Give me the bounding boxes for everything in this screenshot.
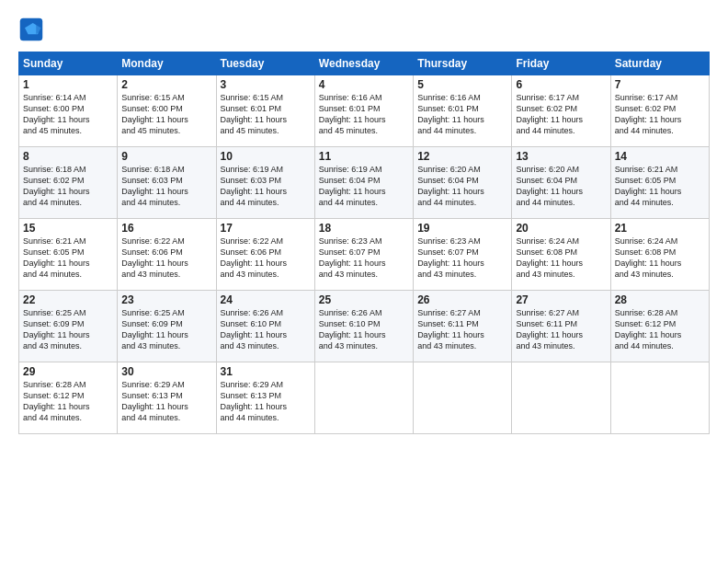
calendar-body: 1Sunrise: 6:14 AM Sunset: 6:00 PM Daylig… — [19, 75, 710, 434]
cell-daylight-text: Sunrise: 6:15 AM Sunset: 6:01 PM Dayligh… — [221, 92, 311, 137]
cell-daylight-text: Sunrise: 6:28 AM Sunset: 6:12 PM Dayligh… — [615, 307, 705, 352]
cell-daylight-text: Sunrise: 6:15 AM Sunset: 6:00 PM Dayligh… — [121, 92, 211, 137]
day-number: 10 — [221, 150, 311, 163]
calendar-cell: 21Sunrise: 6:24 AM Sunset: 6:08 PM Dayli… — [610, 219, 709, 291]
cell-daylight-text: Sunrise: 6:29 AM Sunset: 6:13 PM Dayligh… — [121, 379, 211, 424]
cell-daylight-text: Sunrise: 6:27 AM Sunset: 6:11 PM Dayligh… — [417, 307, 507, 352]
cell-daylight-text: Sunrise: 6:21 AM Sunset: 6:05 PM Dayligh… — [615, 164, 705, 209]
cell-daylight-text: Sunrise: 6:16 AM Sunset: 6:01 PM Dayligh… — [319, 92, 409, 137]
day-number: 1 — [23, 78, 113, 91]
cell-daylight-text: Sunrise: 6:29 AM Sunset: 6:13 PM Dayligh… — [221, 379, 311, 424]
calendar-cell: 27Sunrise: 6:27 AM Sunset: 6:11 PM Dayli… — [512, 291, 610, 362]
calendar-cell: 25Sunrise: 6:26 AM Sunset: 6:10 PM Dayli… — [314, 291, 413, 362]
calendar-cell: 16Sunrise: 6:22 AM Sunset: 6:06 PM Dayli… — [118, 219, 216, 291]
day-number: 28 — [615, 293, 705, 306]
header — [18, 17, 710, 42]
calendar-cell — [314, 362, 413, 434]
calendar-cell: 30Sunrise: 6:29 AM Sunset: 6:13 PM Dayli… — [118, 362, 216, 434]
calendar-cell: 17Sunrise: 6:22 AM Sunset: 6:06 PM Dayli… — [216, 219, 314, 291]
cell-daylight-text: Sunrise: 6:23 AM Sunset: 6:07 PM Dayligh… — [319, 236, 409, 281]
day-number: 24 — [221, 293, 311, 306]
calendar-cell: 19Sunrise: 6:23 AM Sunset: 6:07 PM Dayli… — [414, 219, 512, 291]
day-number: 19 — [417, 222, 507, 235]
calendar-cell — [414, 362, 512, 434]
calendar-cell: 3Sunrise: 6:15 AM Sunset: 6:01 PM Daylig… — [216, 75, 314, 147]
day-number: 11 — [319, 150, 409, 163]
calendar-cell: 10Sunrise: 6:19 AM Sunset: 6:03 PM Dayli… — [216, 147, 314, 219]
cell-daylight-text: Sunrise: 6:27 AM Sunset: 6:11 PM Dayligh… — [516, 307, 606, 352]
day-number: 6 — [516, 78, 606, 91]
day-number: 27 — [516, 293, 606, 306]
calendar-cell: 22Sunrise: 6:25 AM Sunset: 6:09 PM Dayli… — [19, 291, 118, 362]
day-number: 31 — [221, 365, 311, 378]
day-number: 25 — [319, 293, 409, 306]
calendar-header-cell: Monday — [118, 52, 216, 75]
calendar-cell: 13Sunrise: 6:20 AM Sunset: 6:04 PM Dayli… — [512, 147, 610, 219]
calendar-cell: 15Sunrise: 6:21 AM Sunset: 6:05 PM Dayli… — [19, 219, 118, 291]
calendar-cell: 8Sunrise: 6:18 AM Sunset: 6:02 PM Daylig… — [19, 147, 118, 219]
calendar-cell: 1Sunrise: 6:14 AM Sunset: 6:00 PM Daylig… — [19, 75, 118, 147]
calendar-cell: 6Sunrise: 6:17 AM Sunset: 6:02 PM Daylig… — [512, 75, 610, 147]
cell-daylight-text: Sunrise: 6:21 AM Sunset: 6:05 PM Dayligh… — [23, 236, 113, 281]
day-number: 7 — [615, 78, 705, 91]
calendar-header-cell: Saturday — [610, 52, 709, 75]
page: SundayMondayTuesdayWednesdayThursdayFrid… — [0, 0, 728, 563]
cell-daylight-text: Sunrise: 6:23 AM Sunset: 6:07 PM Dayligh… — [417, 236, 507, 281]
day-number: 2 — [121, 78, 211, 91]
cell-daylight-text: Sunrise: 6:26 AM Sunset: 6:10 PM Dayligh… — [319, 307, 409, 352]
calendar-table: SundayMondayTuesdayWednesdayThursdayFrid… — [18, 52, 710, 434]
day-number: 22 — [23, 293, 113, 306]
calendar-cell: 12Sunrise: 6:20 AM Sunset: 6:04 PM Dayli… — [414, 147, 512, 219]
calendar-cell: 24Sunrise: 6:26 AM Sunset: 6:10 PM Dayli… — [216, 291, 314, 362]
cell-daylight-text: Sunrise: 6:14 AM Sunset: 6:00 PM Dayligh… — [23, 92, 113, 137]
cell-daylight-text: Sunrise: 6:20 AM Sunset: 6:04 PM Dayligh… — [516, 164, 606, 209]
calendar-cell: 4Sunrise: 6:16 AM Sunset: 6:01 PM Daylig… — [314, 75, 413, 147]
calendar-week-row: 22Sunrise: 6:25 AM Sunset: 6:09 PM Dayli… — [19, 291, 710, 362]
day-number: 20 — [516, 222, 606, 235]
calendar-cell — [610, 362, 709, 434]
day-number: 23 — [121, 293, 211, 306]
cell-daylight-text: Sunrise: 6:17 AM Sunset: 6:02 PM Dayligh… — [516, 92, 606, 137]
calendar-week-row: 8Sunrise: 6:18 AM Sunset: 6:02 PM Daylig… — [19, 147, 710, 219]
calendar-cell: 14Sunrise: 6:21 AM Sunset: 6:05 PM Dayli… — [610, 147, 709, 219]
cell-daylight-text: Sunrise: 6:24 AM Sunset: 6:08 PM Dayligh… — [516, 236, 606, 281]
day-number: 8 — [23, 150, 113, 163]
day-number: 26 — [417, 293, 507, 306]
day-number: 18 — [319, 222, 409, 235]
day-number: 9 — [121, 150, 211, 163]
day-number: 4 — [319, 78, 409, 91]
calendar-header-cell: Friday — [512, 52, 610, 75]
cell-daylight-text: Sunrise: 6:18 AM Sunset: 6:02 PM Dayligh… — [23, 164, 113, 209]
calendar-cell: 9Sunrise: 6:18 AM Sunset: 6:03 PM Daylig… — [118, 147, 216, 219]
calendar-header-cell: Wednesday — [314, 52, 413, 75]
calendar-cell: 20Sunrise: 6:24 AM Sunset: 6:08 PM Dayli… — [512, 219, 610, 291]
calendar-cell: 7Sunrise: 6:17 AM Sunset: 6:02 PM Daylig… — [610, 75, 709, 147]
day-number: 14 — [615, 150, 705, 163]
cell-daylight-text: Sunrise: 6:24 AM Sunset: 6:08 PM Dayligh… — [615, 236, 705, 281]
cell-daylight-text: Sunrise: 6:25 AM Sunset: 6:09 PM Dayligh… — [23, 307, 113, 352]
calendar-cell: 5Sunrise: 6:16 AM Sunset: 6:01 PM Daylig… — [414, 75, 512, 147]
cell-daylight-text: Sunrise: 6:28 AM Sunset: 6:12 PM Dayligh… — [23, 379, 113, 424]
calendar-cell: 18Sunrise: 6:23 AM Sunset: 6:07 PM Dayli… — [314, 219, 413, 291]
day-number: 29 — [23, 365, 113, 378]
calendar-cell — [512, 362, 610, 434]
cell-daylight-text: Sunrise: 6:19 AM Sunset: 6:04 PM Dayligh… — [319, 164, 409, 209]
cell-daylight-text: Sunrise: 6:20 AM Sunset: 6:04 PM Dayligh… — [417, 164, 507, 209]
day-number: 3 — [221, 78, 311, 91]
calendar-cell: 29Sunrise: 6:28 AM Sunset: 6:12 PM Dayli… — [19, 362, 118, 434]
day-number: 17 — [221, 222, 311, 235]
cell-daylight-text: Sunrise: 6:22 AM Sunset: 6:06 PM Dayligh… — [221, 236, 311, 281]
calendar-week-row: 1Sunrise: 6:14 AM Sunset: 6:00 PM Daylig… — [19, 75, 710, 147]
cell-daylight-text: Sunrise: 6:26 AM Sunset: 6:10 PM Dayligh… — [221, 307, 311, 352]
logo-icon — [18, 17, 44, 42]
cell-daylight-text: Sunrise: 6:25 AM Sunset: 6:09 PM Dayligh… — [121, 307, 211, 352]
calendar-cell: 11Sunrise: 6:19 AM Sunset: 6:04 PM Dayli… — [314, 147, 413, 219]
calendar-cell: 31Sunrise: 6:29 AM Sunset: 6:13 PM Dayli… — [216, 362, 314, 434]
calendar-week-row: 15Sunrise: 6:21 AM Sunset: 6:05 PM Dayli… — [19, 219, 710, 291]
calendar-week-row: 29Sunrise: 6:28 AM Sunset: 6:12 PM Dayli… — [19, 362, 710, 434]
day-number: 21 — [615, 222, 705, 235]
cell-daylight-text: Sunrise: 6:22 AM Sunset: 6:06 PM Dayligh… — [121, 236, 211, 281]
cell-daylight-text: Sunrise: 6:17 AM Sunset: 6:02 PM Dayligh… — [615, 92, 705, 137]
calendar-header-cell: Tuesday — [216, 52, 314, 75]
day-number: 13 — [516, 150, 606, 163]
